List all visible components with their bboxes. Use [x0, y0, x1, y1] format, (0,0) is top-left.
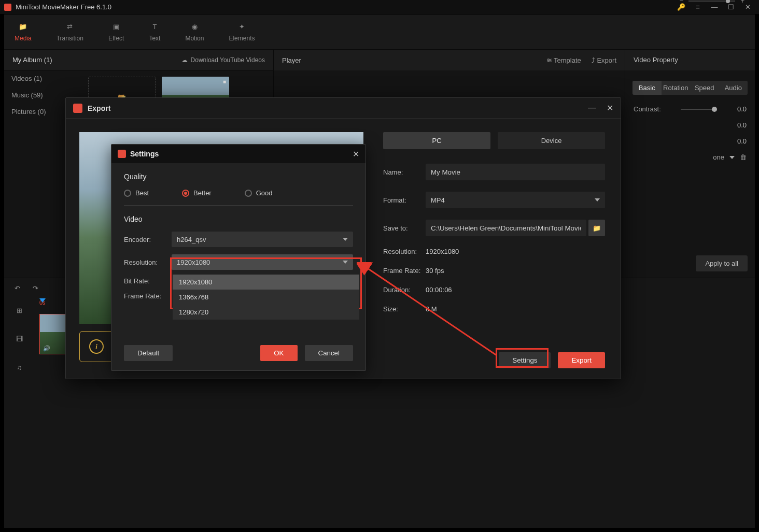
chevron-down-icon[interactable]: [729, 156, 735, 159]
app-logo-icon: [73, 104, 82, 113]
settings-ok-button[interactable]: OK: [260, 345, 297, 361]
duration-label: Duration:: [383, 286, 426, 294]
settings-dialog: Settings ✕ Quality Best Better Good Vide…: [111, 144, 366, 371]
playhead-icon[interactable]: [39, 298, 46, 303]
export-dialog-title: Export: [88, 104, 110, 112]
export-confirm-button[interactable]: Export: [558, 352, 605, 368]
download-youtube-link[interactable]: ☁ Download YouTube Videos: [181, 56, 265, 64]
prop-tab-basic[interactable]: Basic: [632, 81, 662, 95]
chevron-down-icon: [595, 198, 600, 202]
app-logo-icon: [4, 4, 11, 11]
info-icon: i: [89, 339, 104, 354]
elements-icon: ✦: [236, 22, 247, 32]
tab-elements[interactable]: ✦ Elements: [229, 22, 255, 42]
format-label: Format:: [383, 196, 426, 204]
tab-text[interactable]: T Text: [149, 22, 160, 42]
tab-elements-label: Elements: [229, 35, 255, 42]
album-title: My Album (1): [12, 56, 52, 64]
tab-transition-label: Transition: [57, 35, 83, 42]
encoder-select[interactable]: h264_qsv: [172, 232, 353, 247]
quality-section-title: Quality: [124, 172, 353, 181]
speaker-icon: 🔊: [43, 345, 50, 352]
add-track-icon[interactable]: ⊞: [17, 307, 22, 314]
name-label: Name:: [383, 168, 426, 176]
duration-value: 00:00:06: [426, 286, 452, 294]
chevron-down-icon: [343, 238, 348, 241]
transition-icon: ⇄: [65, 22, 75, 32]
export-close-icon[interactable]: ✕: [607, 103, 613, 113]
title-bar: MiniTool MovieMaker Free 6.1.0 🔑 ≡ — ☐ ✕: [0, 0, 759, 15]
export-button[interactable]: ⤴ Export: [592, 56, 616, 64]
size-label: Size:: [383, 305, 426, 313]
quality-good-radio[interactable]: Good: [245, 189, 273, 197]
export-settings-button[interactable]: Settings: [499, 352, 551, 368]
prop-tab-speed[interactable]: Speed: [690, 81, 719, 95]
dest-tab-device[interactable]: Device: [498, 132, 605, 149]
settings-default-button[interactable]: Default: [124, 345, 173, 361]
settings-cancel-button[interactable]: Cancel: [305, 345, 354, 361]
prop-value-2: 0.0: [737, 121, 747, 129]
encoder-label: Encoder:: [124, 236, 172, 243]
tab-transition[interactable]: ⇄ Transition: [57, 22, 83, 42]
tab-motion[interactable]: ◉ Motion: [185, 22, 204, 42]
quality-best-label: Best: [135, 189, 149, 197]
saveto-input[interactable]: [426, 220, 586, 236]
cloud-download-icon: ☁: [181, 56, 188, 64]
apply-to-all-button[interactable]: Apply to all: [696, 255, 748, 271]
none-label: one: [713, 153, 724, 161]
prop-tab-audio[interactable]: Audio: [719, 81, 748, 95]
settings-resolution-value: 1920x1080: [177, 258, 210, 266]
settings-close-icon[interactable]: ✕: [353, 149, 359, 159]
tab-media[interactable]: 📁 Media: [15, 22, 32, 42]
name-input[interactable]: [426, 164, 605, 180]
tab-text-label: Text: [149, 35, 160, 42]
quality-best-radio[interactable]: Best: [124, 189, 149, 197]
tab-effect[interactable]: ▣ Effect: [108, 22, 124, 42]
format-value: MP4: [431, 196, 445, 204]
folder-videos[interactable]: Videos (1): [4, 70, 82, 87]
zoom-out-icon[interactable]: −: [680, 0, 684, 5]
export-minimize-icon[interactable]: —: [588, 103, 596, 113]
prop-tab-rotation[interactable]: Rotation: [662, 81, 691, 95]
download-youtube-label: Download YouTube Videos: [191, 56, 265, 64]
app-logo-icon: [118, 150, 126, 158]
resolution-option-1280[interactable]: 1280x720: [173, 305, 359, 320]
quality-better-radio[interactable]: Better: [182, 189, 212, 197]
property-panel: Video Property Basic Rotation Speed Audi…: [625, 50, 755, 278]
property-title: Video Property: [625, 50, 755, 70]
layers-icon: ≋: [546, 56, 552, 64]
redo-icon[interactable]: ↷: [33, 284, 38, 292]
trash-icon[interactable]: 🗑: [740, 153, 747, 161]
video-track-icon: 🎞: [16, 335, 23, 343]
player-title: Player: [282, 56, 301, 64]
template-label: Template: [554, 56, 581, 64]
settings-resolution-label: Resolution:: [124, 258, 172, 266]
template-button[interactable]: ≋ Template: [546, 56, 581, 64]
export-label: Export: [597, 56, 616, 64]
zoom-in-icon[interactable]: +: [740, 0, 744, 5]
settings-dialog-title: Settings: [130, 150, 159, 158]
format-select[interactable]: MP4: [426, 192, 605, 208]
resolution-dropdown-list: 1920x1080 1366x768 1280x720: [173, 275, 359, 320]
dest-tab-pc[interactable]: PC: [383, 132, 490, 149]
zoom-slider[interactable]: [688, 1, 735, 2]
tab-motion-label: Motion: [185, 35, 204, 42]
undo-icon[interactable]: ↶: [15, 284, 20, 292]
resolution-option-1920[interactable]: 1920x1080: [173, 275, 359, 290]
motion-icon: ◉: [189, 22, 200, 32]
saveto-label: Save to:: [383, 224, 426, 232]
contrast-label: Contrast:: [634, 105, 661, 113]
text-icon: T: [149, 22, 160, 32]
video-icon: ■: [223, 79, 226, 84]
upload-icon: ⤴: [592, 56, 595, 64]
resolution-option-1366[interactable]: 1366x768: [173, 290, 359, 305]
browse-folder-button[interactable]: 📁: [588, 220, 605, 236]
folder-icon: 📁: [18, 22, 28, 32]
contrast-slider[interactable]: [681, 109, 717, 110]
bitrate-label: Bit Rate:: [124, 277, 172, 285]
settings-resolution-select[interactable]: 1920x1080: [172, 254, 353, 270]
tab-effect-label: Effect: [108, 35, 124, 42]
contrast-value: 0.0: [737, 105, 747, 113]
main-toolbar: 📁 Media ⇄ Transition ▣ Effect T Text ◉ M…: [4, 15, 755, 50]
framerate-label: Frame Rate:: [383, 267, 426, 275]
